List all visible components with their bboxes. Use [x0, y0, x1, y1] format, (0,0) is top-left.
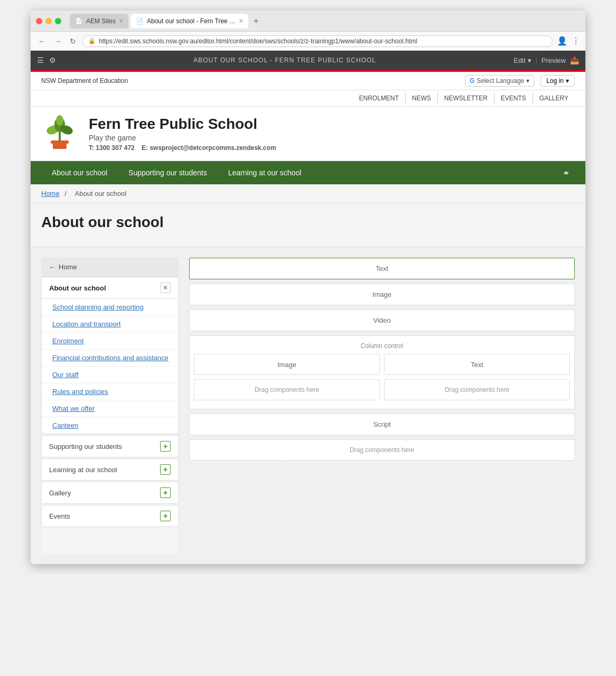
nav-news[interactable]: NEWS [406, 92, 438, 104]
sidebar-toggle-icon[interactable]: ☰ [37, 56, 44, 64]
sidebar-supporting-label: Supporting our students [49, 443, 122, 450]
sidebar-subnav: School planning and reporting Location a… [42, 299, 178, 434]
nav-newsletter[interactable]: NEWSLETTER [438, 92, 494, 104]
login-button[interactable]: Log in ▾ [540, 75, 575, 87]
sidebar-section-events[interactable]: Events + [41, 505, 179, 527]
drag-zone-left[interactable]: Drag components here [194, 379, 380, 400]
select-language-label: Select Language [477, 77, 524, 84]
back-button[interactable]: ← [36, 36, 48, 46]
sidebar-link-location[interactable]: Location and transport [42, 316, 178, 332]
breadcrumb-separator: / [64, 190, 67, 198]
sidebar-about-close-btn[interactable]: ✕ [160, 283, 171, 293]
nav-events[interactable]: EVENTS [494, 92, 533, 104]
sidebar-link-financial[interactable]: Financial contributions and assistance [42, 350, 178, 366]
settings-icon[interactable]: ⚙ [49, 56, 56, 64]
email-label: E: [142, 144, 148, 152]
edit-button[interactable]: Edit ▾ [514, 57, 531, 64]
sidebar-supporting-expand-btn[interactable]: + [160, 441, 171, 452]
school-tagline: Play the game [89, 134, 276, 142]
sidebar-link-rules[interactable]: Rules and policies [42, 383, 178, 400]
reload-button[interactable]: ↻ [68, 36, 78, 46]
phone-number: 1300 307 472 [96, 144, 134, 152]
sidebar-section-about-header[interactable]: About our school ✕ [42, 277, 178, 299]
tab-close-btn[interactable]: ✕ [119, 18, 123, 24]
url-text: https://edit.sws.schools.nsw.gov.au/edit… [99, 37, 417, 45]
share-icon[interactable]: 📤 [570, 56, 579, 64]
sidebar-link-canteen[interactable]: Canteen [42, 417, 178, 434]
close-window-btn[interactable] [36, 18, 42, 24]
script-content-block[interactable]: Script [189, 414, 575, 435]
image-content-block[interactable]: Image [189, 284, 575, 305]
main-nav: About our school Supporting our students… [31, 161, 585, 184]
content-area: Text Image Video Column control Image Te… [189, 258, 575, 553]
column-text-cell[interactable]: Text [384, 354, 570, 375]
script-block-label: Script [373, 420, 390, 428]
sidebar-gallery-label: Gallery [49, 489, 71, 497]
minimize-window-btn[interactable] [45, 18, 52, 24]
search-button[interactable]: ⚭ [557, 163, 575, 183]
more-menu-button[interactable]: ⋮ [572, 36, 580, 46]
main-nav-about[interactable]: About our school [41, 161, 118, 184]
school-logo [41, 115, 78, 152]
sidebar-events-expand-btn[interactable]: + [160, 511, 171, 521]
list-item: Location and transport [42, 316, 178, 333]
tab-aem-sites[interactable]: 📄 AEM Sites ✕ [70, 14, 128, 29]
school-name: Fern Tree Public School [89, 116, 276, 133]
list-item: Canteen [42, 417, 178, 434]
drag-label-right: Drag components here [445, 386, 509, 393]
column-image-cell[interactable]: Image [194, 354, 380, 375]
nav-gallery[interactable]: GALLERY [533, 92, 575, 104]
preview-button[interactable]: Preview [542, 57, 566, 64]
drag-zone-right[interactable]: Drag components here [384, 379, 570, 400]
list-item: Rules and policies [42, 383, 178, 400]
video-content-block[interactable]: Video [189, 309, 575, 331]
profile-button[interactable]: 👤 [557, 36, 567, 46]
column-text-label: Text [471, 361, 483, 369]
column-control-block: Column control Image Text Drag component… [189, 335, 575, 409]
list-item: Our staff [42, 367, 178, 383]
column-row-1: Image Text [194, 354, 570, 375]
main-nav-supporting[interactable]: Supporting our students [118, 161, 218, 184]
tab-close-active-btn[interactable]: ✕ [239, 18, 243, 24]
sidebar-learning-expand-btn[interactable]: + [160, 464, 171, 475]
drag-label-left: Drag components here [255, 386, 319, 393]
drag-zone-full[interactable]: Drag components here [189, 439, 575, 461]
sidebar-section-learning[interactable]: Learning at our school + [41, 458, 179, 481]
breadcrumb-current: About our school [75, 190, 127, 198]
sidebar-gallery-expand-btn[interactable]: + [160, 487, 171, 498]
school-info: Fern Tree Public School Play the game T:… [89, 116, 276, 152]
google-translate-widget[interactable]: G Select Language ▾ [465, 75, 534, 87]
arrow-left-icon: ← [49, 263, 55, 271]
main-nav-learning[interactable]: Learning at our school [218, 161, 312, 184]
nav-enrolment[interactable]: ENROLMENT [352, 92, 405, 104]
traffic-lights [36, 18, 61, 24]
breadcrumb-home[interactable]: Home [41, 190, 60, 198]
sidebar-home-link[interactable]: ← Home [41, 258, 179, 277]
sidebar-section-supporting[interactable]: Supporting our students + [41, 435, 179, 457]
school-branding: Fern Tree Public School Play the game T:… [31, 107, 585, 161]
forward-button[interactable]: → [52, 36, 63, 46]
svg-point-6 [56, 115, 63, 126]
sidebar-link-enrolment[interactable]: Enrolment [42, 333, 178, 349]
svg-rect-2 [59, 131, 61, 142]
sidebar-link-school-planning[interactable]: School planning and reporting [42, 299, 178, 315]
drag-full-label: Drag components here [350, 446, 414, 454]
new-tab-button[interactable]: + [250, 15, 262, 27]
address-bar[interactable]: 🔒 https://edit.sws.schools.nsw.gov.au/ed… [82, 35, 553, 47]
school-contact: T: 1300 307 472 E: swsproject@detcorpcom… [89, 144, 276, 152]
sidebar-section-gallery[interactable]: Gallery + [41, 482, 179, 504]
text-content-block[interactable]: Text [189, 258, 575, 279]
dept-name: NSW Department of Education [41, 77, 128, 84]
sidebar-link-our-staff[interactable]: Our staff [42, 367, 178, 383]
maximize-window-btn[interactable] [55, 18, 61, 24]
sidebar-link-what-we-offer[interactable]: What we offer [42, 400, 178, 417]
column-row-2: Drag components here Drag components her… [194, 379, 570, 400]
preview-label: Preview [542, 57, 566, 64]
site-header-top: NSW Department of Education G Select Lan… [31, 72, 585, 90]
tab-about-school[interactable]: 📄 About our school - Fern Tree … ✕ [130, 14, 248, 29]
login-chevron-icon: ▾ [566, 77, 569, 84]
edit-chevron-icon: ▾ [528, 57, 531, 64]
tab-label: AEM Sites [86, 17, 116, 25]
sidebar-learning-label: Learning at our school [49, 466, 117, 474]
header-right: G Select Language ▾ Log in ▾ [465, 75, 575, 87]
